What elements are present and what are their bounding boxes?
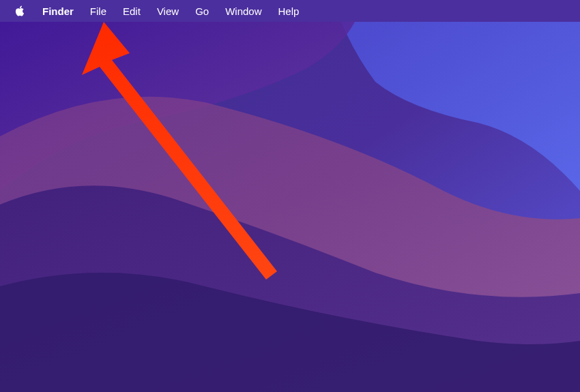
menubar: Finder File Edit View Go Window Help (0, 0, 580, 22)
menu-edit[interactable]: Edit (123, 5, 141, 17)
apple-menu-icon[interactable] (14, 5, 26, 17)
menu-window[interactable]: Window (225, 5, 261, 17)
menu-file[interactable]: File (90, 5, 106, 17)
menu-help[interactable]: Help (278, 5, 300, 17)
desktop[interactable]: Finder File Edit View Go Window Help (0, 0, 580, 392)
desktop-wallpaper (0, 0, 580, 392)
menu-go[interactable]: Go (195, 5, 209, 17)
menu-view[interactable]: View (157, 5, 179, 17)
menu-app-name[interactable]: Finder (42, 5, 74, 17)
